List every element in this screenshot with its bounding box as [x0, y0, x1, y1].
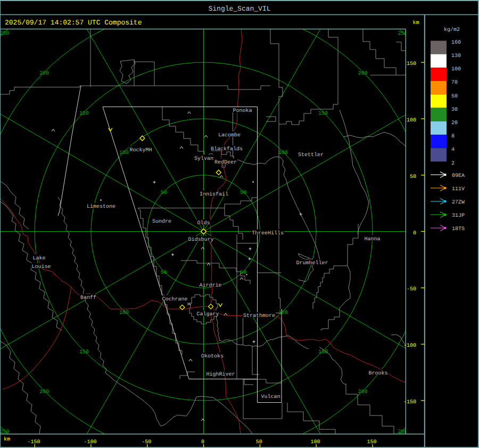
svg-text:Lacombe: Lacombe: [218, 132, 241, 139]
svg-text:Sundre: Sundre: [152, 218, 171, 225]
svg-text:-50: -50: [407, 287, 416, 292]
svg-text:150: 150: [318, 111, 328, 117]
svg-text:Vulcan: Vulcan: [261, 394, 280, 400]
svg-text:50: 50: [161, 190, 167, 196]
svg-text:km: km: [4, 436, 10, 443]
svg-text:100: 100: [278, 310, 288, 316]
svg-text:160: 160: [451, 40, 461, 46]
svg-text:50: 50: [451, 94, 458, 100]
svg-text:8: 8: [451, 134, 455, 140]
svg-text:*: *: [251, 181, 254, 187]
svg-text:Cochrane: Cochrane: [162, 296, 188, 303]
svg-text:kg/m2: kg/m2: [444, 27, 460, 33]
svg-text:31JP: 31JP: [452, 213, 465, 219]
svg-text:-100: -100: [84, 439, 96, 445]
svg-text:-100: -100: [403, 343, 416, 349]
svg-text:0: 0: [413, 231, 416, 237]
svg-text:50: 50: [240, 270, 246, 276]
svg-text:27ZW: 27ZW: [452, 200, 465, 206]
svg-text:50: 50: [240, 190, 246, 196]
svg-text:200: 200: [39, 71, 49, 77]
svg-text:200: 200: [39, 389, 49, 395]
svg-text:30: 30: [451, 107, 458, 113]
svg-text:100: 100: [451, 67, 461, 72]
svg-text:*: *: [99, 199, 102, 205]
svg-text:Lake: Lake: [33, 255, 46, 262]
svg-text:ThreeHills: ThreeHills: [252, 230, 284, 237]
svg-text:Louise: Louise: [32, 264, 51, 270]
svg-text:RedDeer: RedDeer: [214, 159, 237, 166]
svg-text:Brooks: Brooks: [369, 370, 388, 377]
svg-text:Banff: Banff: [80, 295, 96, 301]
svg-text:Drumheller: Drumheller: [296, 260, 328, 266]
svg-text:50: 50: [161, 270, 167, 276]
svg-text:150: 150: [367, 439, 376, 445]
svg-text:100: 100: [278, 150, 288, 156]
svg-text:Blackfalds: Blackfalds: [211, 146, 243, 152]
svg-text:70: 70: [451, 80, 458, 86]
svg-text:2025/09/17 14:02:57 UTC Compos: 2025/09/17 14:02:57 UTC Composite: [5, 19, 142, 27]
svg-text:4: 4: [451, 147, 455, 153]
svg-text:Okotoks: Okotoks: [201, 353, 224, 360]
svg-text:111V: 111V: [452, 186, 465, 192]
svg-text:Hanna: Hanna: [365, 237, 381, 242]
svg-text:09EA: 09EA: [452, 173, 465, 179]
svg-text:50: 50: [410, 174, 416, 180]
svg-text:Single_Scan_VIL: Single_Scan_VIL: [208, 5, 270, 13]
svg-text:Stettler: Stettler: [298, 152, 324, 158]
svg-text:100: 100: [119, 150, 129, 156]
svg-text:RockyMH: RockyMH: [130, 147, 152, 153]
svg-text:-150: -150: [403, 400, 416, 405]
svg-text:100: 100: [407, 118, 416, 124]
svg-text:18TS: 18TS: [452, 226, 465, 232]
svg-text:150: 150: [79, 111, 89, 117]
svg-text:150: 150: [79, 349, 89, 355]
svg-text:200: 200: [358, 71, 368, 77]
svg-text:150: 150: [318, 349, 328, 355]
svg-text:0: 0: [201, 439, 204, 445]
svg-text:HighRiver: HighRiver: [207, 371, 235, 378]
svg-text:50: 50: [256, 439, 262, 445]
svg-text:-50: -50: [142, 439, 151, 445]
svg-text:250: 250: [0, 31, 9, 37]
svg-text:Strathmore: Strathmore: [243, 313, 275, 319]
svg-text:km: km: [413, 20, 419, 26]
svg-text:Ponoka: Ponoka: [233, 108, 252, 114]
svg-text:2: 2: [451, 161, 455, 167]
svg-text:Innisfail: Innisfail: [200, 191, 228, 198]
svg-text:Olds: Olds: [197, 220, 210, 226]
svg-text:Airdrie: Airdrie: [200, 282, 222, 289]
svg-text:100: 100: [119, 310, 129, 316]
svg-text:200: 200: [358, 389, 368, 395]
svg-text:130: 130: [451, 53, 461, 59]
svg-text:20: 20: [451, 120, 458, 126]
svg-text:100: 100: [311, 439, 320, 445]
svg-text:Sylvan: Sylvan: [194, 156, 213, 162]
svg-text:Didsbury: Didsbury: [188, 237, 214, 243]
svg-text:Calgary: Calgary: [197, 311, 219, 317]
svg-text:-150: -150: [28, 439, 40, 445]
svg-text:150: 150: [407, 61, 416, 67]
